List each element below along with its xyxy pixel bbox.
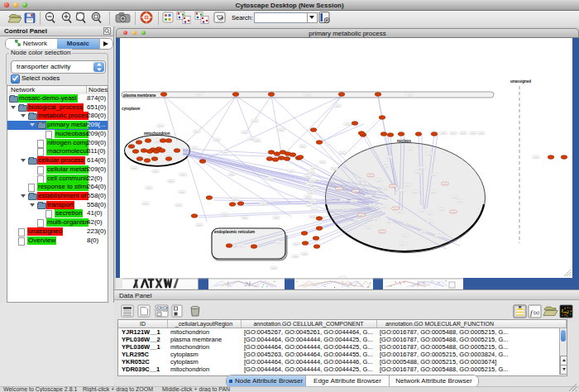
svg-text:endoplasmic reticulum: endoplasmic reticulum (214, 230, 255, 234)
svg-text:plasma membrane: plasma membrane (123, 93, 156, 98)
svg-text:(x): (x) (534, 310, 539, 315)
svg-text:unassigned: unassigned (510, 79, 531, 84)
svg-text:cytoplasm: cytoplasm (122, 107, 140, 111)
svg-text:mitochondrion: mitochondrion (144, 131, 170, 136)
